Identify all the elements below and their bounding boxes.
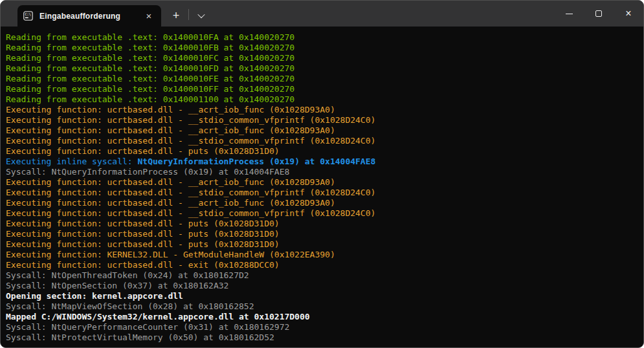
terminal-line: Executing function: ucrtbased.dll - __st… <box>6 188 638 198</box>
terminal-line: Executing function: ucrtbased.dll - puts… <box>6 239 638 250</box>
cmd-prompt-icon: C:\ <box>23 11 33 21</box>
terminal-output[interactable]: Reading from executable .text: 0x1400010… <box>1 27 643 347</box>
terminal-window: C:\ Eingabeaufforderung × + × <box>0 0 644 348</box>
tab-close-button[interactable]: × <box>142 9 156 23</box>
terminal-line: Mapped C:/WINDOWS/System32/kernel.appcor… <box>6 312 638 322</box>
chevron-down-icon <box>197 11 205 18</box>
terminal-line: Reading from executable .text: 0x1400010… <box>6 84 638 94</box>
terminal-line: Executing function: KERNEL32.DLL - GetMo… <box>6 250 638 260</box>
terminal-line: Syscall: NtProtectVirtualMemory (0x50) a… <box>6 332 638 343</box>
terminal-line: Executing function: ucrtbased.dll - __ac… <box>6 105 638 115</box>
terminal-line: Executing inline syscall: NtQueryInforma… <box>6 157 638 167</box>
plus-icon: + <box>173 9 180 23</box>
terminal-line: Executing function: ucrtbased.dll - exit… <box>6 260 638 270</box>
terminal-line: Syscall: NtOpenSection (0x37) at 0x18016… <box>6 281 638 291</box>
terminal-line: Executing function: ucrtbased.dll - puts… <box>6 229 638 239</box>
window-controls: × <box>554 1 643 27</box>
terminal-line: Reading from executable .text: 0x1400011… <box>6 94 638 105</box>
close-icon: × <box>146 11 152 21</box>
maximize-button[interactable] <box>584 1 614 27</box>
terminal-line: Reading from executable .text: 0x1400010… <box>6 74 638 84</box>
minimize-icon <box>566 14 573 14</box>
terminal-line: Reading from executable .text: 0x1400010… <box>6 63 638 74</box>
tabbar-separator <box>188 9 189 20</box>
terminal-line: Reading from executable .text: 0x1400010… <box>6 43 638 53</box>
terminal-line: Executing function: ucrtbased.dll - __ac… <box>6 198 638 208</box>
minimize-button[interactable] <box>554 1 584 27</box>
tab-dropdown-button[interactable] <box>192 6 210 25</box>
terminal-line: Executing function: ucrtbased.dll - __st… <box>6 208 638 219</box>
new-tab-button[interactable]: + <box>166 6 186 25</box>
close-icon: × <box>625 8 631 19</box>
terminal-line: Syscall: NtOpenThreadToken (0x24) at 0x1… <box>6 270 638 281</box>
titlebar[interactable]: C:\ Eingabeaufforderung × + × <box>1 1 643 27</box>
terminal-line: Executing function: ucrtbased.dll - puts… <box>6 219 638 229</box>
terminal-line: Reading from executable .text: 0x1400010… <box>6 32 638 43</box>
terminal-line: Executing function: ucrtbased.dll - __st… <box>6 136 638 146</box>
terminal-line: Syscall: NtQueryPerformanceCounter (0x31… <box>6 322 638 332</box>
terminal-line: Executing function: ucrtbased.dll - __ac… <box>6 125 638 136</box>
terminal-line: Executing function: ucrtbased.dll - puts… <box>6 146 638 157</box>
maximize-icon <box>595 10 602 17</box>
close-button[interactable]: × <box>614 1 643 27</box>
terminal-line: Opening section: kernel.appcore.dll <box>6 291 638 301</box>
terminal-line: Reading from executable .text: 0x1400010… <box>6 53 638 63</box>
tab-title: Eingabeaufforderung <box>39 12 142 21</box>
terminal-line: Syscall: NtQueryInformationProcess (0x19… <box>6 167 638 177</box>
svg-text:C:\: C:\ <box>25 12 30 16</box>
terminal-line: Syscall: NtMapViewOfSection (0x28) at 0x… <box>6 301 638 312</box>
tab-eingabeaufforderung[interactable]: C:\ Eingabeaufforderung × <box>17 5 161 27</box>
terminal-line: Executing function: ucrtbased.dll - __ac… <box>6 177 638 188</box>
terminal-line: Executing function: ucrtbased.dll - __st… <box>6 115 638 125</box>
